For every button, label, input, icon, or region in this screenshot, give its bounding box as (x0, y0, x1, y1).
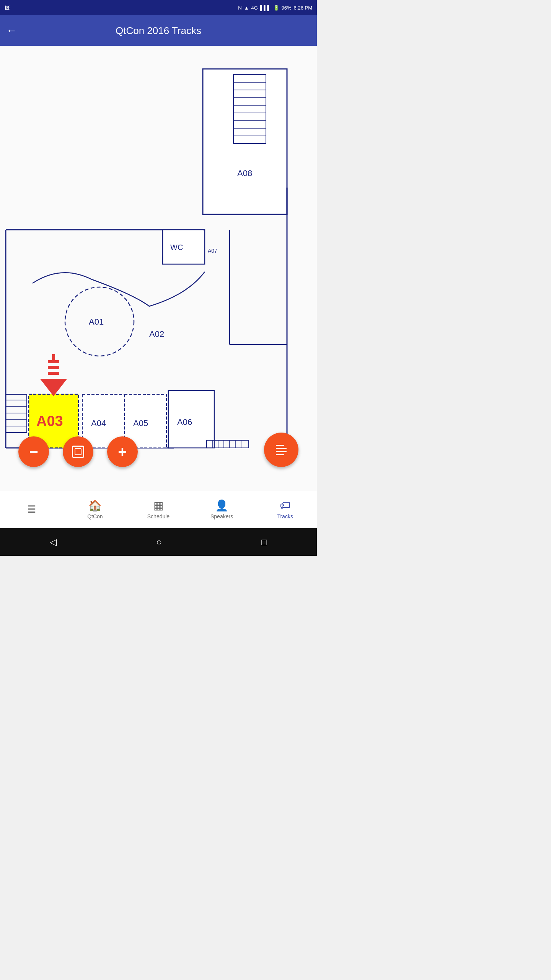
mute-icon: N (238, 5, 241, 11)
bottom-nav: ☰ 🏠 QtCon ▦ Schedule 👤 Speakers 🏷 Tracks (0, 490, 317, 528)
svg-text:A06: A06 (177, 417, 192, 427)
app-header: ← QtCon 2016 Tracks (0, 15, 317, 46)
zoom-in-button[interactable]: + (107, 436, 138, 467)
resize-button[interactable] (63, 436, 93, 467)
signal-bars-icon: ▌▌▌ (260, 5, 271, 11)
page-title: QtCon 2016 Tracks (23, 25, 294, 37)
nav-item-menu[interactable]: ☰ (0, 500, 64, 518)
svg-text:A02: A02 (149, 329, 164, 339)
status-bar-right: N ▲ 4G ▌▌▌ 🔋 96% 6:26 PM (238, 5, 312, 11)
list-icon (276, 445, 287, 455)
svg-text:A05: A05 (133, 418, 148, 428)
nav-item-schedule[interactable]: ▦ Schedule (127, 496, 190, 523)
svg-text:A04: A04 (91, 418, 106, 428)
nav-item-qtcon[interactable]: 🏠 QtCon (64, 496, 127, 523)
nav-item-tracks[interactable]: 🏷 Tracks (253, 496, 317, 523)
speakers-icon: 👤 (215, 499, 228, 512)
svg-rect-1 (203, 69, 287, 214)
qtcon-label: QtCon (87, 513, 103, 519)
battery-icon: 🔋 (273, 5, 279, 11)
list-view-button[interactable] (264, 433, 298, 467)
svg-text:A01: A01 (89, 317, 104, 327)
android-recent-button[interactable]: □ (261, 537, 267, 547)
schedule-label: Schedule (147, 513, 170, 519)
svg-rect-17 (163, 230, 205, 264)
svg-text:A08: A08 (237, 168, 252, 178)
time-label: 6:26 PM (294, 5, 312, 11)
full-page: 🖼 N ▲ 4G ▌▌▌ 🔋 96% 6:26 PM ← QtCon 2016 … (0, 0, 317, 564)
wifi-icon: ▲ (244, 5, 249, 11)
android-home-button[interactable]: ○ (156, 537, 162, 547)
floor-plan: A08 WC A07 (0, 46, 317, 490)
minus-icon: − (29, 444, 38, 459)
menu-icon: ☰ (27, 503, 36, 515)
photo-icon: 🖼 (5, 5, 10, 11)
android-back-button[interactable]: ◁ (50, 537, 57, 547)
svg-text:A03: A03 (36, 413, 63, 429)
resize-icon (72, 446, 84, 458)
map-area[interactable]: A08 WC A07 (0, 46, 317, 490)
zoom-out-button[interactable]: − (18, 436, 49, 467)
status-bar-left: 🖼 (5, 5, 10, 11)
svg-text:WC: WC (170, 243, 183, 252)
back-button[interactable]: ← (6, 24, 17, 37)
signal-label: 4G (251, 5, 258, 11)
svg-text:A07: A07 (208, 248, 217, 254)
speakers-label: Speakers (210, 513, 233, 519)
plus-icon: + (118, 444, 127, 459)
schedule-icon: ▦ (153, 499, 163, 512)
status-bar: 🖼 N ▲ 4G ▌▌▌ 🔋 96% 6:26 PM (0, 0, 317, 15)
nav-item-speakers[interactable]: 👤 Speakers (190, 496, 254, 523)
battery-label: 96% (282, 5, 292, 11)
home-icon: 🏠 (88, 499, 102, 512)
tracks-label: Tracks (277, 513, 293, 519)
tag-icon: 🏷 (280, 499, 290, 512)
android-nav-bar: ◁ ○ □ (0, 528, 317, 556)
